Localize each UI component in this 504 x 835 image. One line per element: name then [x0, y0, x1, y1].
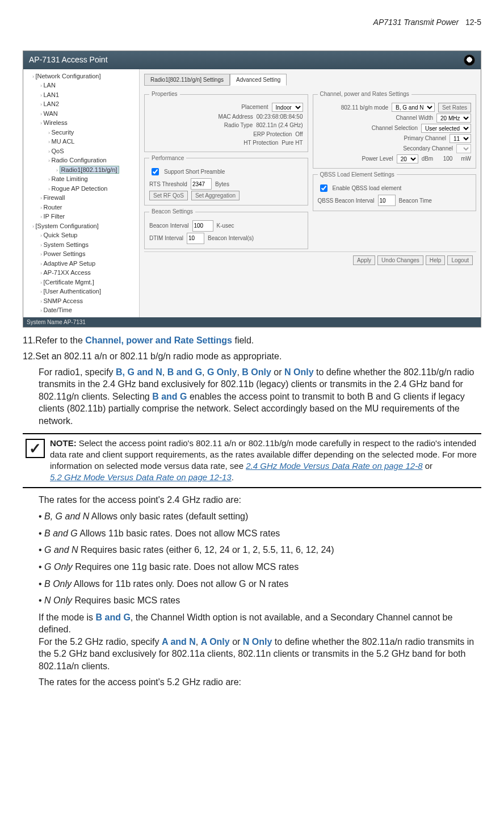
list-item: B, G and N Allows only basic rates (defa… [39, 510, 481, 523]
list-item: G and N Requires basic rates (either 6, … [39, 544, 481, 556]
rts-label: RTS Threshold [149, 181, 187, 188]
rts-input[interactable] [191, 178, 212, 190]
logout-button[interactable]: Logout [447, 255, 473, 265]
step-11: 11.Refer to the Channel, power and Rate … [23, 334, 481, 347]
rts-unit: Bytes [215, 181, 229, 188]
list-item: N Only Requires basic MCS rates [39, 594, 481, 607]
document-body: 11.Refer to the Channel, power and Rate … [23, 334, 481, 688]
radio-type-value: 802.11n (2.4 GHz) [256, 121, 303, 129]
mode-select[interactable]: B, G and N [392, 103, 435, 112]
tree-item[interactable]: LAN2 [40, 99, 138, 109]
undo-button[interactable]: Undo Changes [377, 255, 423, 265]
tab-radio-settings[interactable]: Radio1[802.11b/g/n] Settings [144, 74, 230, 86]
tree-item[interactable]: MU ACL [48, 137, 138, 146]
tab-advanced[interactable]: Advanced Setting [230, 74, 287, 86]
properties-group: Properties PlacementIndoor MAC Address00… [144, 90, 308, 152]
qbss-group: QBSS Load Element Settings Enable QBSS l… [313, 171, 477, 212]
tree-item[interactable]: [User Authentication] [40, 287, 138, 296]
link-24ghz[interactable]: 2.4 GHz Mode Versus Data Rate on page 12… [246, 461, 422, 471]
preamble-checkbox[interactable] [152, 168, 159, 175]
admin-ui-screenshot: AP-7131 Access Point [Network Configurat… [23, 51, 481, 328]
power-level-select[interactable]: 20 [397, 154, 418, 163]
tree-item[interactable]: IP Filter [40, 212, 138, 221]
set-rates-button[interactable]: Set Rates [438, 103, 471, 112]
nav-tree[interactable]: [Network Configuration] LAN LAN1 LAN2 WA… [23, 69, 140, 317]
qbss-interval-label: QBSS Beacon Interval [318, 197, 375, 205]
note-text: NOTE: Select the access point radio's 80… [48, 437, 481, 485]
beacon-interval-input[interactable] [192, 220, 213, 232]
tree-item[interactable]: LAN [40, 81, 138, 90]
main-panel: Radio1[802.11b/g/n] Settings Advanced Se… [140, 69, 481, 317]
qbss-legend: QBSS Load Element Settings [318, 171, 397, 179]
placement-select[interactable]: Indoor [272, 103, 303, 112]
mac-label: MAC Address [219, 113, 253, 121]
tree-system-config[interactable]: [System Configuration] [32, 221, 138, 231]
tree-item[interactable]: QoS [48, 146, 138, 156]
tree-item[interactable]: LAN1 [40, 90, 138, 100]
footer-buttons: Apply Undo Changes Help Logout [144, 251, 476, 268]
window-title: AP-7131 Access Point [29, 54, 108, 65]
header-page: 12-5 [465, 18, 481, 27]
dtim-unit: Beacon Interval(s) [208, 234, 254, 242]
tree-item[interactable]: Firewall [40, 193, 138, 203]
tree-item[interactable]: System Settings [40, 240, 138, 250]
list-item: B Only Allows for 11b rates only. Does n… [39, 578, 481, 590]
qbss-interval-unit: Beacon Time [399, 197, 432, 205]
channel-legend: Channel, power and Rates Settings [318, 90, 411, 98]
tree-item[interactable]: [Certificate Mgmt.] [40, 278, 138, 287]
beacon-interval-unit: K-usec [217, 222, 234, 230]
qbss-interval-input[interactable] [378, 195, 396, 206]
list-item: B and G Allows 11b basic rates. Does not… [39, 527, 481, 540]
preamble-label: Support Short Preamble [164, 168, 225, 176]
dtim-input[interactable] [187, 233, 204, 244]
secondary-channel-label: Secondary Channel [403, 145, 453, 153]
power-level-label: Power Level [362, 155, 393, 163]
apply-button[interactable]: Apply [353, 255, 375, 265]
secondary-channel-select [456, 144, 471, 153]
rates52-intro: The rates for the access point's 5.2 GHz… [23, 676, 481, 689]
channel-width-select[interactable]: 20 MHz [436, 114, 471, 123]
set-aggregation-button[interactable]: Set Aggregation [191, 191, 240, 200]
tree-item[interactable]: Quick Setup [40, 230, 138, 240]
erp-value: Off [295, 131, 303, 139]
channel-selection-label: Channel Selection [372, 124, 418, 132]
tree-item[interactable]: Radio Configuration [48, 156, 138, 165]
channel-selection-select[interactable]: User selected [421, 124, 471, 133]
tree-item-selected[interactable]: Radio1[802.11b/g/n] [56, 165, 138, 175]
set-rf-qos-button[interactable]: Set RF QoS [149, 191, 188, 200]
help-button[interactable]: Help [426, 255, 446, 265]
tree-item[interactable]: Rate Limiting [48, 174, 138, 184]
properties-legend: Properties [149, 90, 180, 98]
tree-item[interactable]: Security [48, 128, 138, 137]
step-12: 12.Set an 802.11 a/n or 802.11 b/g/n rad… [23, 350, 481, 363]
performance-group: Performance Support Short Preamble RTS T… [144, 154, 308, 206]
tree-item[interactable]: Router [40, 203, 138, 212]
tree-network-config[interactable]: [Network Configuration] [32, 72, 138, 81]
window-titlebar: AP-7131 Access Point [23, 51, 481, 69]
primary-channel-select[interactable]: 11 [450, 134, 471, 143]
check-icon: ✓ [23, 437, 48, 485]
link-52ghz[interactable]: 5.2 GHz Mode Versus Data Rate on page 12… [50, 472, 232, 482]
channel-group: Channel, power and Rates Settings 802.11… [313, 90, 477, 169]
note-box: ✓ NOTE: Select the access point radio's … [23, 433, 481, 488]
placement-label: Placement [241, 103, 268, 111]
tree-item[interactable]: Power Settings [40, 249, 138, 259]
list-item: G Only Requires one 11g basic rate. Does… [39, 561, 481, 573]
tree-item[interactable]: Date/Time [40, 305, 138, 315]
ht-value: Pure HT [282, 139, 303, 147]
tree-item[interactable]: Wireless [40, 118, 138, 128]
tree-item[interactable]: WAN [40, 109, 138, 119]
erp-label: ERP Protection [253, 131, 292, 139]
tree-item[interactable]: Adaptive AP Setup [40, 259, 138, 268]
tree-item[interactable]: SNMP Access [40, 296, 138, 306]
rates24-list: B, G and N Allows only basic rates (defa… [23, 510, 481, 607]
tree-item[interactable]: AP-71XX Access [40, 268, 138, 278]
mode-label: 802.11 b/g/n mode [341, 104, 388, 112]
radio-type-label: Radio Type [224, 121, 253, 129]
qbss-enable-checkbox[interactable] [320, 184, 327, 192]
tree-item[interactable]: Rogue AP Detection [48, 184, 138, 194]
beacon-legend: Beacon Settings [149, 208, 195, 216]
dtim-label: DTIM Interval [149, 234, 183, 242]
page-header: AP7131 Transmit Power 12-5 [23, 17, 481, 28]
motorola-logo-icon [464, 54, 475, 66]
